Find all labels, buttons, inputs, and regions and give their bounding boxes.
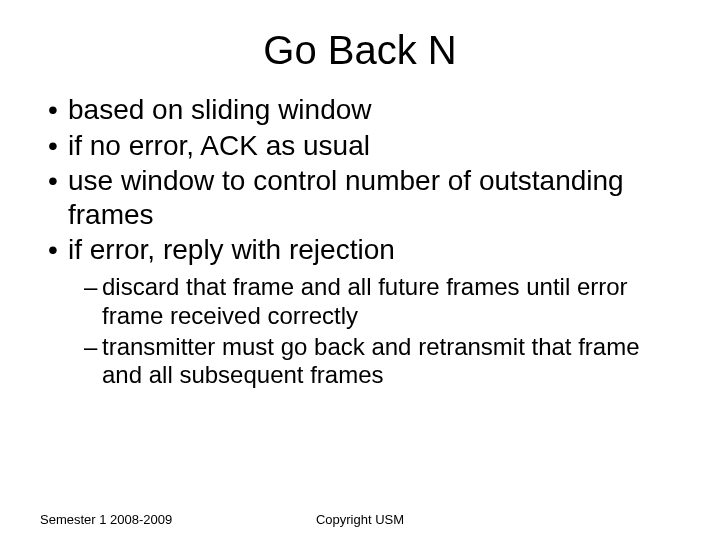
bullet-item: if no error, ACK as usual <box>40 129 680 163</box>
sub-bullet-item: discard that frame and all future frames… <box>80 273 680 331</box>
bullet-item: use window to control number of outstand… <box>40 164 680 231</box>
slide-content: based on sliding window if no error, ACK… <box>0 93 720 390</box>
slide-title: Go Back N <box>0 0 720 93</box>
bullet-item: if error, reply with rejection <box>40 233 680 267</box>
sub-bullet-list: discard that frame and all future frames… <box>40 273 680 390</box>
bullet-list: based on sliding window if no error, ACK… <box>40 93 680 267</box>
footer-center: Copyright USM <box>40 512 680 527</box>
slide: Go Back N based on sliding window if no … <box>0 0 720 540</box>
sub-bullet-item: transmitter must go back and retransmit … <box>80 333 680 391</box>
bullet-item: based on sliding window <box>40 93 680 127</box>
